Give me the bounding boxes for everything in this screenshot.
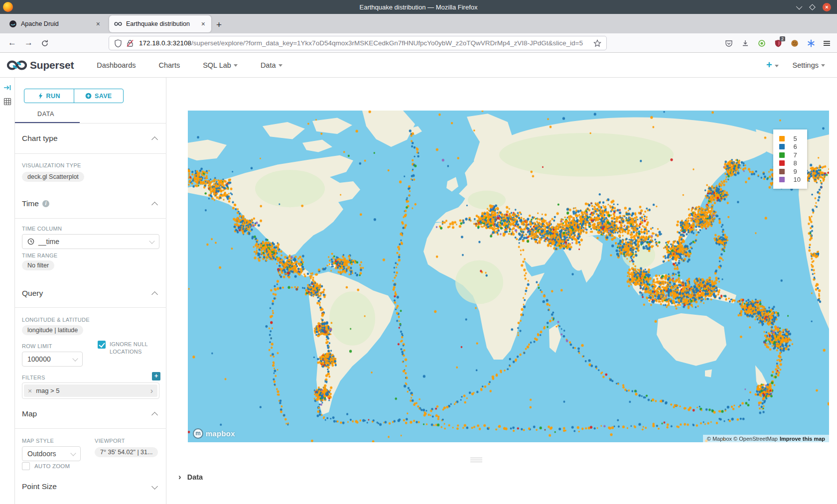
chevron-down-icon	[279, 64, 282, 67]
filter-item[interactable]: × mag > 5 ›	[24, 384, 157, 397]
legend-swatch	[779, 177, 785, 182]
lonlat-value[interactable]: longitude | latitude	[22, 325, 83, 335]
time-column-select[interactable]: __time	[22, 234, 159, 249]
cookie-icon[interactable]	[791, 39, 799, 47]
tab-close-icon[interactable]: ×	[200, 20, 206, 28]
data-panel-toggle[interactable]: › Data	[178, 472, 203, 482]
checkbox-unchecked-icon[interactable]	[22, 462, 30, 470]
pocket-icon[interactable]	[725, 39, 733, 47]
viz-type-value[interactable]: deck.gl Scatterplot	[22, 172, 84, 182]
map-style-select[interactable]: Outdoors	[22, 446, 81, 461]
window-maximize-icon[interactable]	[809, 4, 816, 10]
legend-swatch	[779, 169, 785, 174]
reload-button[interactable]	[41, 38, 49, 48]
section-chart-type[interactable]: Chart type	[22, 134, 58, 143]
auto-zoom-checkbox-row[interactable]: AUTO ZOOM	[22, 462, 70, 470]
time-column-value: __time	[38, 238, 150, 246]
legend-item: 5	[779, 134, 801, 143]
download-icon[interactable]	[741, 39, 749, 47]
collapse-panel-icon[interactable]	[3, 84, 11, 92]
legend-label: 6	[794, 143, 797, 150]
filter-container: × mag > 5 ›	[22, 382, 159, 399]
legend-item: 6	[779, 143, 801, 151]
viewport-label: VIEWPORT	[95, 438, 125, 444]
extension-asterisk-icon[interactable]	[807, 39, 815, 47]
section-time[interactable]: Timei	[22, 199, 49, 208]
chevron-up-icon[interactable]	[151, 412, 158, 418]
shield-badge-icon[interactable]: 2	[774, 39, 782, 48]
row-limit-label: ROW LIMIT	[22, 343, 52, 349]
tab-title: Earthquake distribution	[126, 20, 197, 27]
legend-label: 5	[794, 135, 797, 142]
deckgl-scatter-map[interactable]: 5678910 m mapbox © Mapbox © OpenStreetMa…	[188, 111, 829, 442]
window-title: Earthquake distribution — Mozilla Firefo…	[0, 3, 837, 11]
shield-badge-count: 2	[780, 36, 785, 41]
section-query[interactable]: Query	[22, 289, 43, 298]
chevron-up-icon[interactable]	[151, 202, 158, 208]
chevron-down-icon[interactable]	[151, 483, 158, 490]
resize-grip[interactable]	[470, 456, 482, 464]
superset-brand[interactable]: Superset	[30, 59, 74, 71]
filters-label: FILTERS	[22, 375, 45, 380]
legend-swatch	[779, 160, 785, 166]
viz-type-label: VISUALIZATION TYPE	[22, 162, 81, 168]
add-filter-button[interactable]: +	[152, 372, 160, 380]
nav-dashboards[interactable]: Dashboards	[97, 61, 136, 69]
legend-swatch	[779, 136, 785, 141]
bookmark-star-icon[interactable]	[593, 39, 601, 47]
remove-filter-icon[interactable]: ×	[24, 387, 36, 395]
mapbox-logo[interactable]: m mapbox	[193, 428, 235, 439]
tab-title: Apache Druid	[21, 20, 92, 27]
tab-earthquake-distribution[interactable]: Earthquake distribution ×	[109, 15, 211, 32]
section-map[interactable]: Map	[22, 409, 37, 418]
time-range-value[interactable]: No filter	[22, 260, 54, 270]
privacy-mask-icon[interactable]	[758, 39, 766, 47]
chevron-up-icon[interactable]	[151, 291, 158, 298]
nav-sql-lab[interactable]: SQL Lab	[203, 61, 238, 69]
shield-icon[interactable]	[114, 39, 122, 47]
lock-slash-icon[interactable]	[126, 39, 134, 47]
map-style-label: MAP STYLE	[22, 438, 54, 444]
tab-data[interactable]: DATA	[37, 111, 54, 118]
ignore-null-checkbox-row[interactable]: IGNORE NULL LOCATIONS	[98, 341, 162, 356]
back-button[interactable]: ←	[8, 38, 16, 48]
explore-control-panel: RUN SAVE DATA Chart type VISUALIZATION T…	[15, 78, 166, 504]
tab-apache-druid[interactable]: Apache Druid ×	[4, 15, 106, 32]
menu-icon[interactable]	[824, 40, 830, 47]
url-bar[interactable]: 172.18.0.3:32108/superset/explore/?form_…	[109, 36, 607, 50]
run-button[interactable]: RUN	[24, 89, 74, 103]
new-tab-button[interactable]: +	[216, 19, 222, 30]
chevron-down-icon	[234, 64, 238, 67]
legend-swatch	[779, 144, 785, 149]
browser-tab-bar: Apache Druid × Earthquake distribution ×…	[0, 14, 837, 33]
legend-item: 8	[779, 159, 801, 168]
url-host: 172.18.0.3:32108	[139, 39, 191, 47]
dataset-grid-icon[interactable]	[3, 98, 11, 106]
lightning-icon	[38, 93, 43, 99]
superset-logo-icon[interactable]	[7, 58, 27, 72]
window-titlebar: Earthquake distribution — Mozilla Firefo…	[0, 0, 837, 14]
attribution-text[interactable]: © Mapbox © OpenStreetMap	[707, 436, 778, 442]
nav-data[interactable]: Data	[261, 61, 282, 69]
settings-menu[interactable]: Settings	[793, 61, 825, 69]
section-point-size[interactable]: Point Size	[22, 482, 57, 491]
chevron-right-icon[interactable]: ›	[146, 386, 157, 395]
info-icon: i	[42, 200, 49, 207]
clock-icon	[27, 238, 34, 245]
filter-value: mag > 5	[36, 387, 59, 394]
improve-map-link[interactable]: Improve this map	[780, 436, 825, 442]
tab-close-icon[interactable]: ×	[95, 20, 101, 28]
save-button[interactable]: SAVE	[74, 89, 124, 103]
earthquake-points-layer	[188, 111, 829, 442]
chevron-up-icon[interactable]	[151, 136, 158, 143]
plus-circle-icon	[85, 93, 92, 99]
add-new-button[interactable]: +	[766, 59, 779, 71]
forward-button[interactable]: →	[24, 38, 33, 48]
row-limit-select[interactable]: 100000	[22, 352, 83, 367]
viewport-value[interactable]: 7° 35' 54.02" | 31...	[95, 447, 158, 457]
window-close-icon[interactable]: ×	[823, 3, 831, 11]
druid-favicon	[9, 20, 17, 28]
checkbox-checked-icon[interactable]	[98, 341, 106, 349]
chevron-down-icon	[70, 450, 76, 456]
nav-charts[interactable]: Charts	[158, 61, 180, 69]
